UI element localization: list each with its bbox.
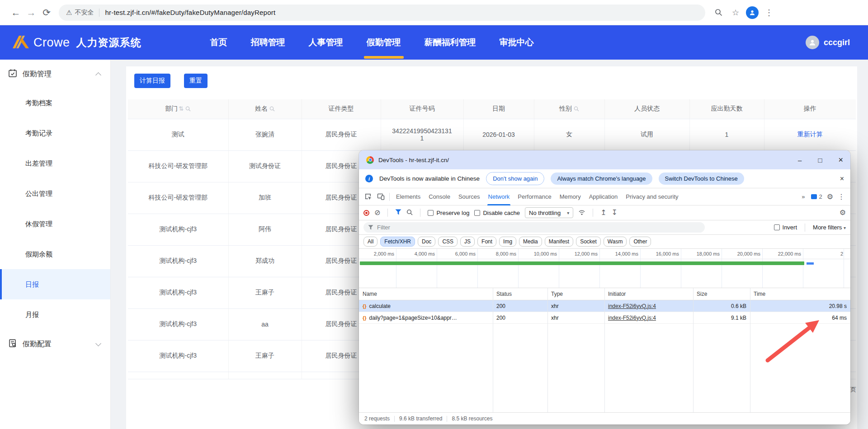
sidebar-item-business-trip[interactable]: 出差管理: [0, 148, 110, 178]
recalculate-link[interactable]: 重新计算: [797, 131, 823, 138]
throttling-select[interactable]: No throttling ▾: [525, 207, 573, 218]
profile-avatar-icon[interactable]: [746, 6, 759, 19]
inspect-element-icon[interactable]: [362, 191, 374, 203]
chip-other[interactable]: Other: [629, 237, 651, 247]
sidebar-group-attendance[interactable]: 假勤管理: [0, 64, 110, 84]
sidebar-item-leave[interactable]: 休假管理: [0, 209, 110, 239]
initiator-link[interactable]: index-F52i6yvQ.js:4: [608, 315, 656, 321]
chip-doc[interactable]: Doc: [418, 237, 435, 247]
infobar-close-icon[interactable]: ×: [840, 175, 844, 183]
col-initiator-header[interactable]: Initiator: [604, 291, 693, 297]
invert-checkbox[interactable]: Invert: [774, 224, 797, 231]
search-icon[interactable]: [269, 106, 275, 112]
tab-application[interactable]: Application: [585, 188, 622, 205]
sidebar-item-attendance-record[interactable]: 考勤记录: [0, 118, 110, 148]
import-har-icon[interactable]: ↥: [600, 209, 606, 216]
tab-network[interactable]: Network: [484, 188, 514, 205]
sidebar-item-attendance-archive[interactable]: 考勤档案: [0, 88, 110, 118]
export-har-icon[interactable]: ↧: [612, 209, 618, 216]
preserve-log-checkbox[interactable]: Preserve log: [428, 210, 469, 216]
col-time-header[interactable]: Time: [750, 291, 850, 297]
reload-icon[interactable]: ⟳: [39, 5, 54, 20]
network-conditions-icon[interactable]: [578, 209, 585, 217]
tab-console[interactable]: Console: [425, 188, 454, 205]
nav-attendance[interactable]: 假勤管理: [366, 34, 402, 51]
sidebar-item-leave-balance[interactable]: 假期余额: [0, 239, 110, 269]
col-gender[interactable]: 性别: [534, 99, 604, 119]
reset-button[interactable]: 重置: [184, 74, 208, 88]
calculate-daily-button[interactable]: 计算日报: [134, 74, 170, 88]
issues-counter[interactable]: 2: [811, 193, 822, 200]
column-separator[interactable]: [750, 288, 750, 412]
sidebar-item-outing[interactable]: 公出管理: [0, 178, 110, 209]
nav-hr[interactable]: 人事管理: [308, 34, 344, 51]
switch-language-button[interactable]: Switch DevTools to Chinese: [659, 173, 744, 185]
nav-payroll[interactable]: 薪酬福利管理: [424, 34, 477, 51]
forward-icon[interactable]: →: [24, 5, 39, 20]
column-separator[interactable]: [604, 288, 605, 412]
nav-home[interactable]: 首页: [209, 34, 228, 51]
tab-elements[interactable]: Elements: [392, 188, 425, 205]
tab-sources[interactable]: Sources: [454, 188, 484, 205]
chip-media[interactable]: Media: [519, 237, 542, 247]
initiator-link[interactable]: index-F52i6yvQ.js:4: [608, 303, 656, 309]
nav-recruit[interactable]: 招聘管理: [250, 34, 286, 51]
browser-menu-icon[interactable]: ⋮: [762, 6, 776, 19]
security-indicator[interactable]: ⚠ 不安全: [66, 9, 94, 17]
column-separator[interactable]: [547, 288, 548, 412]
clear-network-log-icon[interactable]: ⊘: [374, 209, 380, 216]
chip-manifest[interactable]: Manifest: [545, 237, 573, 247]
device-toolbar-icon[interactable]: [374, 191, 387, 203]
more-filters-button[interactable]: More filters ▾: [813, 224, 846, 231]
dont-show-again-button[interactable]: Don't show again: [486, 172, 544, 185]
sidebar-item-daily-report[interactable]: 日报: [0, 269, 110, 299]
col-name-header[interactable]: Name: [359, 291, 493, 297]
chip-css[interactable]: CSS: [438, 237, 458, 247]
tab-performance[interactable]: Performance: [514, 188, 555, 205]
bookmark-star-icon[interactable]: ☆: [729, 6, 742, 19]
chip-fetch-xhr[interactable]: Fetch/XHR: [380, 237, 415, 247]
chip-socket[interactable]: Socket: [576, 237, 601, 247]
chip-all[interactable]: All: [363, 237, 377, 247]
sidebar-item-monthly-report[interactable]: 月报: [0, 299, 110, 330]
devtools-titlebar[interactable]: DevTools - hr-test.zjf-it.cn/ – □ ×: [359, 150, 850, 169]
sidebar-group-config[interactable]: 假勤配置: [0, 334, 110, 354]
col-size-header[interactable]: Size: [693, 291, 750, 297]
col-name[interactable]: 姓名: [228, 99, 302, 119]
url-text[interactable]: hr-test.zjf-it.cn/#/fakeDuty/fakeDutyMan…: [105, 9, 275, 16]
gridline: [640, 249, 641, 288]
user-box[interactable]: cccgirl: [806, 36, 850, 49]
sort-icon[interactable]: ⇅: [179, 105, 184, 112]
devtools-menu-icon[interactable]: ⋮: [838, 193, 845, 201]
search-icon[interactable]: [185, 106, 191, 112]
filter-funnel-icon[interactable]: [395, 209, 401, 216]
record-network-log-icon[interactable]: [363, 210, 369, 216]
chip-font[interactable]: Font: [477, 237, 496, 247]
search-icon[interactable]: [574, 106, 579, 112]
minimize-icon[interactable]: –: [798, 157, 802, 163]
network-settings-gear-icon[interactable]: ⚙: [840, 209, 846, 216]
settings-gear-icon[interactable]: ⚙: [827, 193, 833, 201]
address-bar[interactable]: ⚠ 不安全 hr-test.zjf-it.cn/#/fakeDuty/fakeD…: [59, 5, 705, 21]
more-tabs-icon[interactable]: »: [800, 188, 807, 205]
chip-wasm[interactable]: Wasm: [604, 237, 627, 247]
tab-memory[interactable]: Memory: [556, 188, 585, 205]
close-icon[interactable]: ×: [838, 156, 843, 164]
column-separator[interactable]: [693, 288, 693, 412]
filter-input[interactable]: Filter: [363, 222, 705, 233]
nav-approval[interactable]: 审批中心: [499, 34, 535, 51]
chip-js[interactable]: JS: [460, 237, 475, 247]
match-language-button[interactable]: Always match Chrome's language: [551, 173, 652, 185]
tab-privacy-security[interactable]: Privacy and security: [622, 188, 682, 205]
zoom-icon[interactable]: [712, 6, 725, 19]
chip-img[interactable]: Img: [499, 237, 516, 247]
col-type-header[interactable]: Type: [547, 291, 604, 297]
col-status-header[interactable]: Status: [493, 291, 547, 297]
back-icon[interactable]: ←: [8, 5, 24, 20]
col-dept[interactable]: 部门⇅: [128, 99, 228, 119]
network-overview-timeline[interactable]: 2,000 ms 4,000 ms 6,000 ms 8,000 ms 10,0…: [359, 249, 850, 288]
disable-cache-checkbox[interactable]: Disable cache: [474, 210, 520, 216]
maximize-icon[interactable]: □: [818, 157, 822, 163]
search-network-icon[interactable]: [406, 209, 413, 217]
column-separator[interactable]: [493, 288, 493, 412]
